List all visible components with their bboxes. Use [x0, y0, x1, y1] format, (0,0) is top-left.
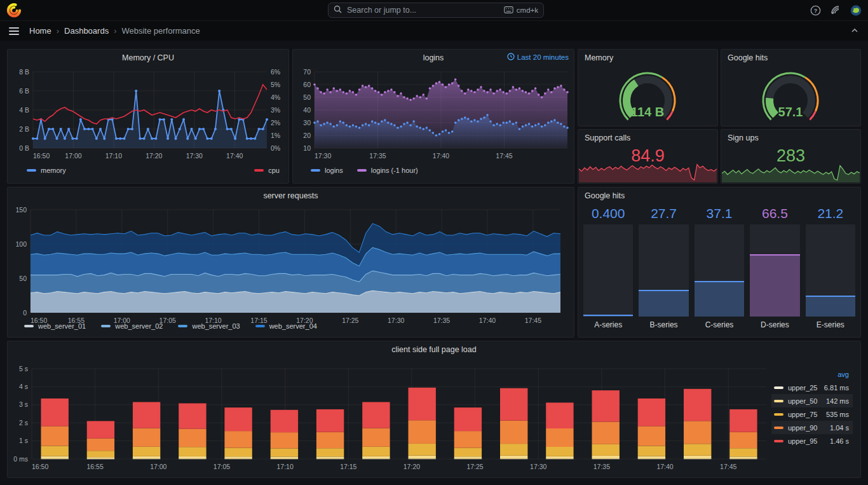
panel-title[interactable]: Support calls — [578, 130, 717, 145]
memory-point — [151, 137, 153, 140]
panel-support-calls: Support calls 84.9 — [578, 129, 718, 184]
bar-segment-upper_50 — [454, 456, 482, 459]
panel-title[interactable]: server requests — [8, 188, 574, 203]
bar-segment-upper_50 — [271, 456, 298, 459]
bar-segment-upper_95 — [87, 421, 114, 438]
breadcrumb-dashboards[interactable]: Dashboards — [64, 26, 109, 36]
legend-swatch — [774, 427, 783, 429]
legend-row-upper_95[interactable]: upper_951.46 s — [771, 434, 853, 447]
breadcrumb-home[interactable]: Home — [29, 26, 51, 36]
legend-header[interactable]: avg — [771, 369, 853, 381]
legend-item-web-server-02[interactable]: web_server_02 — [101, 322, 163, 330]
bar-segment-upper_25 — [500, 459, 527, 460]
bar-segment-upper_50 — [638, 456, 665, 459]
panel-title[interactable]: Google hits — [578, 188, 860, 203]
stat-value: 84.9 — [578, 146, 717, 166]
legend-item-logins-1-hour-[interactable]: logins (-1 hour) — [357, 167, 418, 174]
legend-item-cpu[interactable]: cpu — [254, 167, 280, 174]
legend-item-web-server-03[interactable]: web_server_03 — [178, 322, 240, 330]
server-requests-chart[interactable]: 05010015016:5016:5517:0017:0517:1017:151… — [8, 203, 575, 325]
bar-gauge-column-C-series: 37.1C-series — [695, 204, 744, 332]
axis-tick-label: 1 s — [19, 437, 28, 444]
bar-gauge-fill — [583, 315, 633, 317]
shortcut-label: cmd+k — [517, 6, 538, 14]
logins-point — [538, 123, 540, 125]
legend-item-web-server-01[interactable]: web_server_01 — [24, 322, 86, 330]
bar-segment-upper_90 — [87, 439, 114, 451]
legend-row-upper_50[interactable]: upper_50142 ms — [771, 394, 853, 407]
legend-label: upper_75 — [788, 411, 818, 418]
search-box[interactable]: cmd+k — [328, 3, 544, 18]
menu-icon[interactable] — [9, 27, 19, 35]
bar-segment-upper_25 — [638, 459, 665, 460]
axis-tick-label: 17:05 — [214, 463, 230, 470]
logins-point — [483, 116, 485, 119]
legend-row-upper_75[interactable]: upper_75535 ms — [771, 407, 853, 421]
bar-segment-upper_90 — [684, 421, 711, 444]
panel-title[interactable]: Memory — [578, 50, 717, 65]
grafana-logo[interactable] — [6, 3, 22, 18]
bar-segment-upper_75 — [729, 448, 757, 456]
logins-prev-point — [563, 88, 566, 91]
logins-prev-point — [534, 87, 537, 90]
legend-label: cpu — [268, 167, 280, 174]
logins-prev-point — [553, 87, 556, 90]
logins-chart[interactable]: 1020304050607017:3017:3517:4017:45 — [293, 65, 575, 165]
bar-gauge-track[interactable] — [750, 224, 799, 317]
logins-prev-point — [368, 85, 370, 87]
panel-title[interactable]: Memory / CPU — [8, 50, 288, 65]
bar-segment-upper_95 — [316, 409, 344, 432]
logins-prev-point — [566, 91, 569, 93]
logins-point — [368, 124, 370, 126]
logins-prev-point — [483, 90, 485, 92]
logins-prev-point — [461, 90, 463, 92]
legend-item-logins[interactable]: logins — [311, 167, 343, 174]
news-icon[interactable] — [830, 4, 841, 16]
bar-gauge-track[interactable] — [806, 224, 855, 317]
legend-label: memory — [41, 167, 66, 174]
logins-point — [502, 121, 505, 124]
logins-point — [445, 129, 447, 132]
logins-prev-point — [544, 92, 546, 95]
bar-segment-upper_50 — [316, 456, 344, 459]
panel-title[interactable]: Google hits — [721, 50, 860, 65]
bar-gauge-track[interactable] — [695, 224, 744, 317]
memory-point — [174, 137, 177, 140]
memory-line — [33, 91, 267, 139]
bar-gauge-track[interactable] — [583, 224, 633, 317]
page-load-chart[interactable]: 0 ms1 s2 s3 s4 s5 s16:5016:5517:0017:051… — [8, 357, 862, 477]
logins-prev-point — [403, 96, 405, 99]
legend-item-memory[interactable]: memory — [27, 167, 66, 174]
logins-prev-point — [313, 83, 316, 86]
bar-gauge-column-E-series: 21.2E-series — [806, 204, 855, 332]
gauge-google[interactable]: 57.1 — [721, 65, 860, 125]
help-icon[interactable]: ? — [810, 4, 821, 16]
axis-tick-label: 70 — [303, 68, 311, 76]
panel-title[interactable]: Sign ups — [721, 130, 860, 145]
axis-tick-label: 17:20 — [403, 463, 420, 470]
time-range[interactable]: Last 20 minutes — [507, 53, 569, 62]
logins-prev-point — [374, 90, 377, 92]
axis-tick-label: 5% — [271, 81, 280, 88]
area-web_server_01 — [31, 290, 560, 313]
search-input[interactable] — [346, 5, 504, 15]
logins-point — [416, 125, 418, 128]
logins-point — [336, 124, 338, 126]
bar-segment-upper_25 — [362, 459, 390, 460]
panel-title[interactable]: client side full page load — [8, 341, 860, 357]
logins-point — [566, 126, 569, 129]
gauge-memory[interactable]: 114 B — [578, 65, 717, 125]
legend-swatch — [178, 325, 187, 327]
legend-row-upper_90[interactable]: upper_901.04 s — [771, 421, 853, 434]
logins-point — [374, 121, 377, 124]
bar-gauge-column-A-series: 0.400A-series — [583, 204, 633, 332]
axis-tick-label: 4 B — [19, 106, 29, 114]
legend-item-web-server-04[interactable]: web_server_04 — [255, 322, 317, 330]
memory-cpu-chart[interactable]: 0 B2 B4 B6 B8 B0%1%2%3%4%5%6%16:5017:001… — [8, 65, 290, 165]
user-avatar[interactable] — [850, 4, 862, 16]
bar-segment-upper_75 — [179, 447, 206, 456]
bar-gauge-track[interactable] — [639, 224, 688, 317]
legend-row-upper_25[interactable]: upper_256.81 ms — [771, 381, 853, 394]
chevron-up-icon[interactable] — [850, 26, 860, 36]
bar-segment-upper_25 — [409, 459, 436, 460]
